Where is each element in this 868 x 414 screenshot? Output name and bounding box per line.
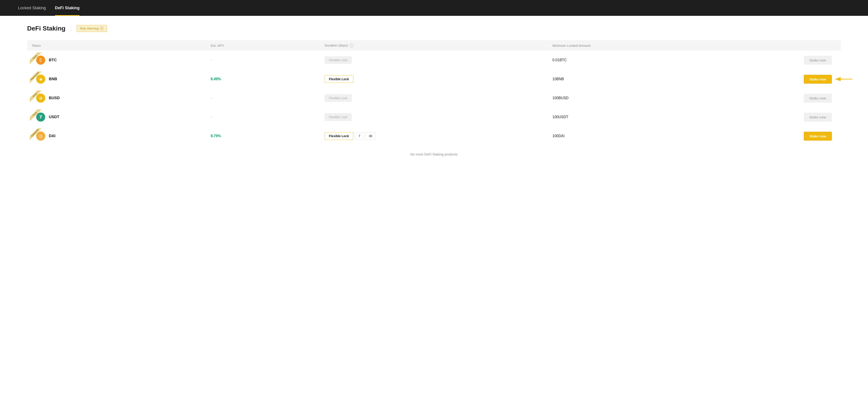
duration-cell-dai: Flexible Lock730 xyxy=(320,127,548,146)
staking-table: Token Est. APY Duration (days) i Minimum… xyxy=(27,40,841,146)
token-icon-btc: ₿ xyxy=(36,56,45,65)
min-amount-cell-busd: 100BUSD xyxy=(548,89,727,107)
flexible-lock-btn-usdt[interactable]: Flexible Lock xyxy=(324,113,352,121)
stake-now-button-dai[interactable]: Stake now xyxy=(804,132,832,140)
action-cell-usdt: Stake now xyxy=(727,107,841,127)
token-cell-dai: Compound ◎ DAI xyxy=(27,127,206,146)
table-row: Curve ⊛ BUSD - Flexible Lock 100BUSD Sta… xyxy=(27,89,841,107)
token-cell-busd: Curve ⊛ BUSD xyxy=(27,89,206,107)
apy-value-btc: - xyxy=(211,58,212,62)
stake-now-button-usdt[interactable]: Stake now xyxy=(804,113,832,122)
duration-day-btn-dai-30[interactable]: 30 xyxy=(366,132,376,140)
page-title: DeFi Staking xyxy=(27,25,66,32)
apy-cell-usdt: - xyxy=(206,107,320,127)
token-cell-bnb: Kava+Curve ◈ BNB xyxy=(27,70,206,89)
token-name-usdt: USDT xyxy=(49,115,59,119)
action-cell-btc: Stake now xyxy=(727,51,841,70)
token-name-busd: BUSD xyxy=(49,96,60,100)
col-header-token: Token xyxy=(27,40,206,51)
min-amount-cell-usdt: 100USDT xyxy=(548,107,727,127)
token-name-dai: DAI xyxy=(49,134,55,138)
table-header-row: Token Est. APY Duration (days) i Minimum… xyxy=(27,40,841,51)
apy-value-bnb: 8.49% xyxy=(211,77,221,81)
min-amount-value-usdt: 100USDT xyxy=(553,115,568,119)
col-header-action xyxy=(727,40,841,51)
min-amount-cell-bnb: 10BNB xyxy=(548,70,727,89)
duration-cell-bnb: Flexible Lock xyxy=(320,70,548,89)
stake-now-button-btc[interactable]: Stake now xyxy=(804,56,832,65)
duration-day-btn-dai-7[interactable]: 7 xyxy=(355,132,364,140)
apy-value-usdt: - xyxy=(211,115,212,119)
duration-cell-busd: Flexible Lock xyxy=(320,89,548,107)
tab-defi-staking[interactable]: DeFi Staking xyxy=(51,0,84,16)
duration-label: Duration (days) xyxy=(324,43,348,47)
flexible-lock-btn-busd[interactable]: Flexible Lock xyxy=(324,94,352,102)
duration-cell-btc: Flexible Lock xyxy=(320,51,548,70)
token-name-bnb: BNB xyxy=(49,77,57,82)
apy-cell-btc: - xyxy=(206,51,320,70)
action-cell-dai: Stake now xyxy=(727,127,841,146)
min-amount-cell-btc: 0.01BTC xyxy=(548,51,727,70)
risk-warning-button[interactable]: Risk Warning i xyxy=(76,25,107,32)
stake-now-button-bnb[interactable]: Stake now xyxy=(804,75,832,84)
apy-cell-bnb: 8.49% xyxy=(206,70,320,89)
token-icon-usdt: ₮ xyxy=(36,113,45,122)
risk-warning-info-icon: i xyxy=(100,27,103,30)
apy-cell-busd: - xyxy=(206,89,320,107)
table-row: Curve ₮ USDT - Flexible Lock 100USDT Sta… xyxy=(27,107,841,127)
stake-now-button-busd[interactable]: Stake now xyxy=(804,94,832,103)
token-icon-dai: ◎ xyxy=(36,131,45,140)
no-more-products-text: No more DeFi Staking products xyxy=(27,146,841,163)
min-amount-value-dai: 100DAI xyxy=(553,134,564,138)
min-amount-cell-dai: 100DAI xyxy=(548,127,727,146)
table-row: Compound ◎ DAI 8.79% Flexible Lock730 10… xyxy=(27,127,841,146)
min-amount-value-bnb: 10BNB xyxy=(553,77,564,81)
token-name-btc: BTC xyxy=(49,58,57,62)
duration-cell-usdt: Flexible Lock xyxy=(320,107,548,127)
table-row: Kava+Curve ◈ BNB 8.49% Flexible Lock 10B… xyxy=(27,70,841,89)
min-amount-value-busd: 100BUSD xyxy=(553,96,568,100)
table-row: Curve ₿ BTC - Flexible Lock 0.01BTC Stak… xyxy=(27,51,841,70)
col-header-min: Minimum Locked Amount xyxy=(548,40,727,51)
apy-cell-dai: 8.79% xyxy=(206,127,320,146)
token-icon-busd: ⊛ xyxy=(36,94,45,103)
flexible-lock-btn-dai[interactable]: Flexible Lock xyxy=(324,132,353,140)
action-cell-busd: Stake now xyxy=(727,89,841,107)
col-header-duration: Duration (days) i xyxy=(320,40,548,51)
main-content: DeFi Staking Risk Warning i Token Est. A… xyxy=(0,16,868,172)
apy-value-dai: 8.79% xyxy=(211,134,221,138)
token-cell-usdt: Curve ₮ USDT xyxy=(27,107,206,127)
apy-value-busd: - xyxy=(211,96,212,100)
col-header-apy: Est. APY xyxy=(206,40,320,51)
page-header: DeFi Staking Risk Warning i xyxy=(27,25,841,32)
risk-warning-label: Risk Warning xyxy=(80,27,99,30)
flexible-lock-btn-bnb[interactable]: Flexible Lock xyxy=(324,75,353,83)
token-cell-btc: Curve ₿ BTC xyxy=(27,51,206,70)
tab-locked-staking[interactable]: Locked Staking xyxy=(13,0,51,16)
flexible-lock-btn-btc[interactable]: Flexible Lock xyxy=(324,56,352,64)
action-cell-bnb: Stake now xyxy=(727,70,841,89)
token-icon-bnb: ◈ xyxy=(36,74,45,84)
min-amount-value-btc: 0.01BTC xyxy=(553,58,567,62)
duration-info-icon: i xyxy=(350,44,353,47)
nav-bar: Locked Staking DeFi Staking xyxy=(0,0,868,16)
highlight-arrow xyxy=(834,74,855,84)
